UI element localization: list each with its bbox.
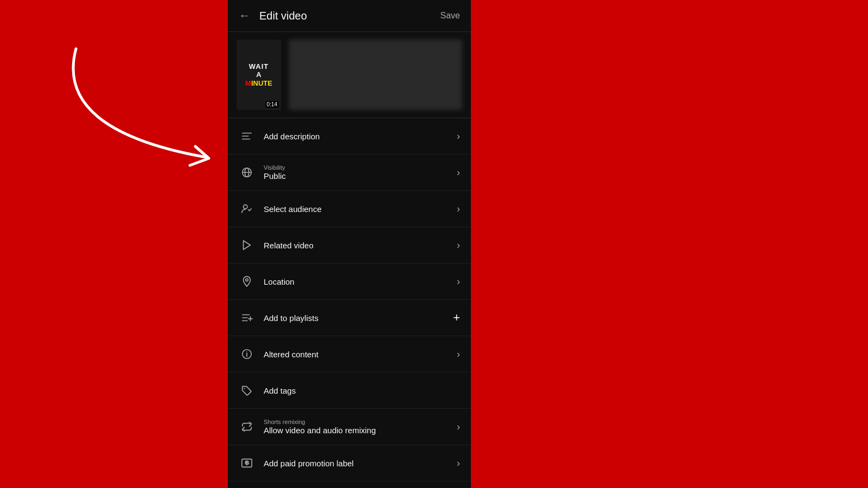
thumbnail-minute: MINUTE	[245, 79, 272, 88]
menu-content-paid-promotion: Add paid promotion label	[264, 459, 452, 468]
svg-marker-7	[244, 241, 251, 250]
chevron-icon: ›	[457, 276, 460, 287]
menu-content-remixing: Shorts remixing Allow video and audio re…	[264, 419, 452, 435]
remixing-sublabel: Shorts remixing	[264, 419, 452, 425]
page-title: Edit video	[259, 10, 307, 22]
header: ← Edit video Save	[228, 0, 471, 32]
video-thumbnail: WAIT A MINUTE 0:14	[237, 40, 281, 110]
header-left: ← Edit video	[239, 9, 307, 23]
menu-content-add-description: Add description	[264, 132, 452, 141]
right-background	[471, 0, 868, 488]
plus-icon: +	[453, 311, 460, 325]
chevron-icon: ›	[457, 167, 460, 178]
svg-point-8	[246, 279, 248, 281]
person-check-icon	[239, 201, 255, 217]
thumbnail-text: WAIT A MINUTE	[245, 62, 272, 88]
menu-item-visibility[interactable]: Visibility Public ›	[228, 155, 471, 191]
chevron-icon: ›	[457, 421, 460, 433]
menu-content-related-video: Related video	[264, 241, 452, 250]
tags-label: Add tags	[264, 386, 460, 395]
chevron-icon: ›	[457, 240, 460, 251]
svg-point-17	[244, 388, 245, 389]
video-section: ✏️ WAIT A MINUTE 0:14	[228, 32, 471, 118]
menu-item-paid-promotion[interactable]: Add paid promotion label ›	[228, 445, 471, 481]
playlists-label: Add to playlists	[264, 313, 449, 323]
menu-item-related-video[interactable]: Related video ›	[228, 227, 471, 264]
menu-item-add-to-playlists[interactable]: Add to playlists +	[228, 300, 471, 336]
info-icon	[239, 346, 255, 362]
remixing-label: Allow video and audio remixing	[264, 426, 452, 435]
tag-icon	[239, 382, 255, 399]
menu-item-select-audience[interactable]: Select audience ›	[228, 191, 471, 227]
back-button[interactable]: ←	[239, 9, 251, 23]
visibility-label: Public	[264, 171, 452, 181]
svg-point-16	[246, 351, 247, 352]
menu-item-location[interactable]: Location ›	[228, 264, 471, 300]
play-icon	[239, 237, 255, 253]
menu-list: Add description › Visibility Public › Se…	[228, 118, 471, 488]
menu-content-visibility: Visibility Public	[264, 164, 452, 181]
thumbnail-container[interactable]: ✏️ WAIT A MINUTE 0:14	[237, 40, 281, 110]
chevron-icon: ›	[457, 349, 460, 360]
menu-content-altered: Altered content	[264, 350, 452, 359]
remix-icon	[239, 419, 255, 435]
video-duration: 0:14	[265, 101, 279, 108]
thumbnail-wait: WAIT	[245, 62, 272, 71]
menu-content-playlists: Add to playlists	[264, 313, 449, 323]
menu-item-add-description[interactable]: Add description ›	[228, 118, 471, 155]
left-background	[0, 0, 228, 488]
thumbnail-inute: INUTE	[251, 79, 272, 87]
menu-item-shorts-remixing[interactable]: Shorts remixing Allow video and audio re…	[228, 409, 471, 445]
chevron-icon: ›	[457, 131, 460, 142]
thumbnail-a: A	[245, 70, 272, 79]
visibility-sublabel: Visibility	[264, 164, 452, 171]
chevron-icon: ›	[457, 458, 460, 469]
video-info-blurred	[289, 40, 462, 110]
menu-item-add-tags[interactable]: Add tags	[228, 373, 471, 409]
menu-item-altered-content[interactable]: Altered content ›	[228, 336, 471, 373]
location-icon	[239, 273, 255, 290]
playlist-add-icon	[239, 310, 255, 326]
menu-label-add-description: Add description	[264, 132, 452, 141]
menu-content-audience: Select audience	[264, 204, 452, 214]
phone-panel: ← Edit video Save ✏️ WAIT A MINUTE 0:14	[228, 0, 471, 488]
globe-icon	[239, 164, 255, 181]
paid-promotion-label: Add paid promotion label	[264, 459, 452, 468]
save-button[interactable]: Save	[441, 11, 460, 21]
menu-content-tags: Add tags	[264, 386, 460, 395]
audience-label: Select audience	[264, 204, 452, 214]
lines-icon	[239, 128, 255, 144]
thumbnail-m: M	[245, 79, 251, 87]
arrow-decoration	[43, 33, 228, 184]
location-label: Location	[264, 277, 452, 286]
related-video-label: Related video	[264, 241, 452, 250]
svg-point-6	[244, 205, 247, 209]
dollar-icon	[239, 455, 255, 471]
menu-item-comments[interactable]: Comments On ›	[228, 481, 471, 488]
altered-label: Altered content	[264, 350, 452, 359]
chevron-icon: ›	[457, 203, 460, 215]
menu-content-location: Location	[264, 277, 452, 286]
